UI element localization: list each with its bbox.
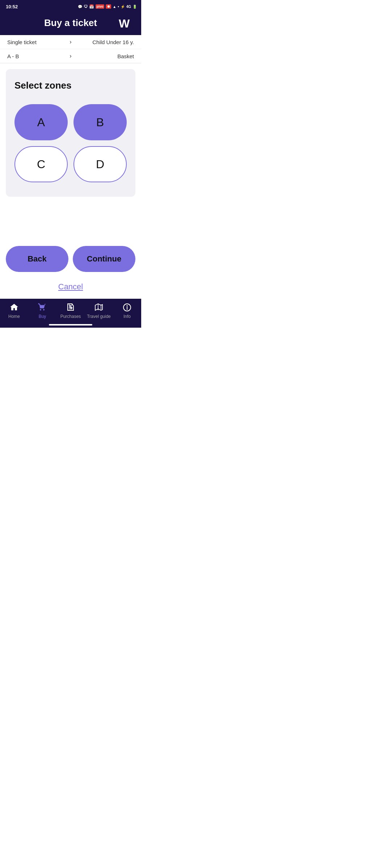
travel-guide-icon — [94, 302, 104, 312]
zone-a-button[interactable]: A — [14, 104, 68, 140]
chat-icon: 🗨 — [84, 4, 88, 9]
nav-info-label: Info — [123, 314, 131, 319]
zones-grid: A B C D — [14, 104, 127, 182]
bottom-nav: Home Buy Purchases — [0, 299, 141, 328]
status-time: 10:52 — [6, 4, 18, 9]
nav-buy-label: Buy — [39, 314, 46, 319]
main-content: Select zones A B C D — [0, 63, 141, 203]
route-label: A - B — [7, 53, 65, 59]
nav-purchases[interactable]: Purchases — [56, 302, 85, 319]
arrow-icon-2: › — [70, 53, 71, 59]
nav-travel-guide-label: Travel guide — [87, 314, 111, 319]
nav-travel-guide[interactable]: Travel guide — [85, 302, 113, 319]
breadcrumb-row-2: A - B › Basket — [0, 49, 141, 63]
header: Buy a ticket W — [0, 13, 141, 35]
nav-buy[interactable]: Buy — [28, 302, 56, 319]
purchases-icon — [66, 302, 76, 312]
action-buttons: Back Continue — [0, 246, 141, 278]
status-bar: 10:52 💬 🗨 📅 pivo ⏺ ▲ • ⚡ 4G 🔋 — [0, 0, 141, 13]
info-icon — [122, 302, 132, 312]
basket-label: Basket — [76, 53, 134, 59]
status-icons: 💬 🗨 📅 pivo ⏺ ▲ • ⚡ 4G 🔋 — [78, 4, 137, 9]
nav-purchases-label: Purchases — [60, 314, 81, 319]
pivo-icon: pivo — [96, 4, 105, 9]
zones-card: Select zones A B C D — [6, 69, 135, 197]
zones-title: Select zones — [14, 80, 127, 91]
nav-home[interactable]: Home — [0, 302, 28, 319]
arrow-icon-1: › — [70, 39, 71, 45]
back-button[interactable]: Back — [6, 246, 68, 272]
battery-icon: 🔋 — [133, 5, 137, 9]
zone-b-button[interactable]: B — [73, 104, 127, 140]
nav-info[interactable]: Info — [113, 302, 141, 319]
continue-button[interactable]: Continue — [73, 246, 135, 272]
page-title: Buy a ticket — [44, 17, 97, 29]
dot-icon: • — [118, 5, 119, 9]
rec-icon: ⏺ — [106, 4, 111, 9]
zone-d-button[interactable]: D — [73, 146, 127, 182]
calendar-icon: 📅 — [89, 4, 94, 9]
svg-text:W: W — [119, 17, 130, 30]
bluetooth-icon: ⚡ — [121, 5, 125, 9]
home-icon — [9, 302, 19, 312]
network-icon: 4G — [126, 5, 131, 9]
breadcrumb: Single ticket › Child Under 16 y. A - B … — [0, 35, 141, 63]
home-indicator — [49, 324, 92, 326]
ticket-type-label: Single ticket — [7, 39, 65, 45]
nav-home-label: Home — [8, 314, 20, 319]
passenger-type-label: Child Under 16 y. — [76, 39, 134, 45]
spacer — [0, 203, 141, 246]
buy-icon — [37, 302, 47, 312]
whatsapp-icon: 💬 — [78, 5, 82, 9]
zone-c-button[interactable]: C — [14, 146, 68, 182]
app-logo: W — [118, 15, 134, 31]
breadcrumb-row-1: Single ticket › Child Under 16 y. — [0, 35, 141, 49]
signal-icon: ▲ — [113, 5, 116, 9]
cancel-button[interactable]: Cancel — [58, 282, 83, 292]
svg-point-2 — [127, 305, 128, 306]
cancel-container: Cancel — [0, 278, 141, 299]
